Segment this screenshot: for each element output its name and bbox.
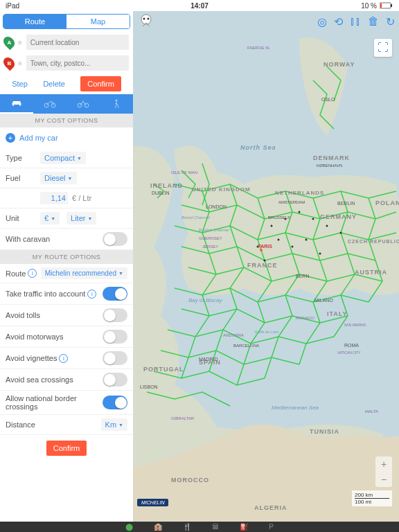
layers-icon[interactable]: ⫿⫿ <box>350 15 361 28</box>
price-input[interactable] <box>40 192 68 204</box>
sea-row: Avoid sea crossings <box>0 369 133 391</box>
tab-map[interactable]: Map <box>66 15 130 28</box>
tolls-row: Avoid tolls <box>0 305 133 326</box>
svg-text:POLAND: POLAND <box>375 200 399 206</box>
svg-text:ALGERIA: ALGERIA <box>254 504 287 511</box>
delete-button[interactable]: Delete <box>43 80 65 88</box>
svg-point-16 <box>312 218 314 220</box>
fuel-select[interactable]: Diesel▼ <box>40 172 77 184</box>
svg-text:BERN: BERN <box>296 274 309 278</box>
svg-text:FAEROE IS.: FAEROE IS. <box>247 46 271 50</box>
svg-text:BRUSSELS: BRUSSELS <box>268 215 290 220</box>
origin-input[interactable] <box>26 35 129 50</box>
confirm-button[interactable]: Confirm <box>80 76 121 91</box>
caravan-row: With caravan <box>0 229 133 250</box>
distance-row: Distance Km▼ <box>0 415 133 435</box>
tab-switch: Route Map <box>3 14 130 29</box>
type-select[interactable]: Compact▼ <box>40 152 86 164</box>
zoom-in-button[interactable]: + <box>375 456 392 472</box>
mascot-icon[interactable] <box>137 12 155 33</box>
type-label: Type <box>6 154 40 162</box>
svg-text:ISLE OF MAN: ISLE OF MAN <box>171 170 197 175</box>
motorways-toggle[interactable] <box>103 330 127 344</box>
location-icon[interactable]: ◎ <box>317 15 327 28</box>
waypoint-a: A ≡ <box>4 35 129 50</box>
share-icon[interactable]: ↻ <box>386 15 395 28</box>
sea-label: Avoid sea crossings <box>6 375 73 384</box>
svg-text:DUBLIN: DUBLIN <box>152 190 170 195</box>
vehicle-motorcycle[interactable] <box>33 94 66 114</box>
info-icon[interactable]: i <box>28 269 37 278</box>
poi-museum-icon[interactable]: 🏛 <box>212 523 219 531</box>
zoom-out-button[interactable]: − <box>375 472 392 487</box>
caravan-toggle[interactable] <box>103 232 127 246</box>
tolls-toggle[interactable] <box>103 308 127 322</box>
svg-text:PORTUGAL: PORTUGAL <box>143 366 184 373</box>
svg-text:UNITED KINGDOM: UNITED KINGDOM <box>192 186 251 193</box>
svg-point-24 <box>260 249 263 251</box>
sea-toggle[interactable] <box>103 373 127 387</box>
poi-restaurant-icon[interactable]: 🍴 <box>183 523 191 531</box>
vehicle-bicycle[interactable] <box>66 94 100 114</box>
poi-hotel-icon[interactable]: 🏨 <box>154 523 162 531</box>
motorways-label: Avoid motorways <box>6 332 64 341</box>
trash-icon[interactable]: 🗑 <box>368 15 379 28</box>
info-icon[interactable]: i <box>59 354 68 363</box>
motorways-row: Avoid motorways <box>0 326 133 348</box>
poi-scenic-icon[interactable]: ⬤ <box>125 523 133 531</box>
svg-text:PARIS: PARIS <box>258 244 272 249</box>
vignettes-toggle[interactable] <box>103 351 127 365</box>
map[interactable]: ◎ ⟲ ⫿⫿ 🗑 ↻ ⛶ <box>133 11 399 522</box>
svg-text:Golfe du Lion: Golfe du Lion <box>254 330 279 334</box>
fuel-label: Fuel <box>6 174 40 182</box>
vignettes-label: Avoid vignettes <box>6 354 57 362</box>
traffic-toggle[interactable] <box>103 287 127 301</box>
svg-text:Bristol Channel: Bristol Channel <box>181 215 210 220</box>
svg-point-23 <box>340 232 342 234</box>
cost-section-header: MY COST OPTIONS <box>0 114 133 127</box>
caravan-label: With caravan <box>6 235 50 243</box>
step-button[interactable]: Step <box>12 80 28 88</box>
route-section-header: MY ROUTE OPTIONS <box>0 250 133 264</box>
svg-point-22 <box>319 253 321 255</box>
svg-text:Mediterranean Sea: Mediterranean Sea <box>272 405 319 411</box>
distance-select[interactable]: Km▼ <box>101 418 127 431</box>
confirm-options-button[interactable]: Confirm <box>46 441 87 456</box>
battery-percent: 10 % <box>361 2 377 10</box>
svg-text:ANDORRA: ANDORRA <box>223 333 244 337</box>
add-car-button[interactable]: + Add my car <box>0 127 133 148</box>
vehicle-car[interactable] <box>0 94 33 114</box>
destination-input[interactable] <box>26 55 129 71</box>
route-select[interactable]: Michelin recommended▼ <box>41 267 127 279</box>
fullscreen-button[interactable]: ⛶ <box>374 39 392 57</box>
svg-text:MALTA: MALTA <box>365 409 378 414</box>
svg-rect-2 <box>391 4 392 7</box>
drag-icon[interactable]: ≡ <box>18 39 22 46</box>
border-row: Allow national border crossings <box>0 391 133 415</box>
svg-text:BERLIN: BERLIN <box>337 201 355 206</box>
vehicle-walk[interactable] <box>100 94 133 114</box>
tab-route[interactable]: Route <box>3 15 66 28</box>
svg-text:JERSEY: JERSEY <box>202 245 218 249</box>
drag-icon[interactable]: ≡ <box>18 60 22 67</box>
border-toggle[interactable] <box>103 396 127 409</box>
svg-point-7 <box>116 100 118 102</box>
fuel-row: Fuel Diesel▼ <box>0 168 133 188</box>
route-label: Route <box>6 269 26 278</box>
svg-text:MONACO: MONACO <box>296 316 314 320</box>
svg-text:DENMARK: DENMARK <box>313 154 350 161</box>
info-icon[interactable]: i <box>87 290 96 299</box>
plus-icon: + <box>6 133 15 143</box>
svg-text:AUSTRIA: AUSTRIA <box>355 269 387 276</box>
status-bar: iPad 14:07 10 % <box>0 0 399 11</box>
svg-point-10 <box>148 18 150 20</box>
svg-point-15 <box>299 211 301 213</box>
currency-select[interactable]: €▼ <box>40 212 60 224</box>
volume-select[interactable]: Liter▼ <box>66 212 96 224</box>
clock: 14:07 <box>190 2 209 10</box>
poi-parking-icon[interactable]: P <box>269 523 274 531</box>
motorcycle-icon <box>44 100 56 108</box>
history-icon[interactable]: ⟲ <box>334 15 343 28</box>
battery-icon <box>380 2 393 9</box>
poi-fuel-icon[interactable]: ⛽ <box>240 523 248 531</box>
